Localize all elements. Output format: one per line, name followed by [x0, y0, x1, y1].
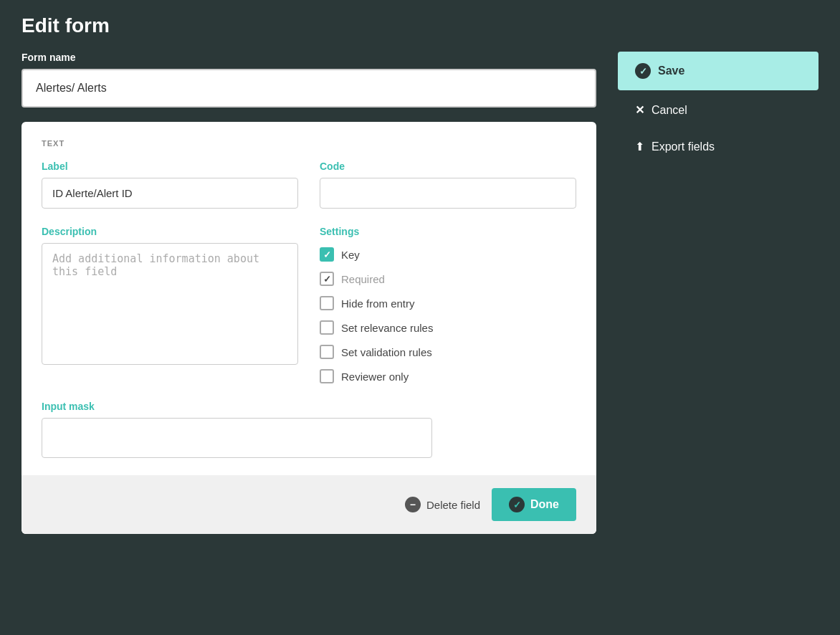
cancel-label: Cancel — [652, 104, 687, 117]
label-input[interactable] — [42, 178, 298, 209]
label-col: Label — [42, 161, 298, 209]
checkbox-required-label: Required — [341, 273, 385, 285]
done-label: Done — [530, 498, 559, 511]
checkbox-key-check: ✓ — [323, 249, 331, 260]
checkbox-required-box: ✓ — [320, 272, 334, 286]
checkbox-reviewer[interactable]: Reviewer only — [320, 369, 576, 383]
cancel-button[interactable]: ✕ Cancel — [618, 93, 818, 127]
label-code-row: Label Code — [42, 161, 576, 209]
field-card: TEXT Label Code Description — [22, 122, 596, 534]
checkbox-reviewer-box — [320, 369, 334, 383]
label-field-label: Label — [42, 161, 298, 172]
delete-field-button[interactable]: − Delete field — [405, 497, 480, 512]
save-label: Save — [658, 65, 684, 77]
settings-col: Settings ✓ Key — [320, 226, 576, 383]
field-type-label: TEXT — [42, 139, 576, 148]
field-card-body: TEXT Label Code Description — [22, 122, 596, 475]
checkbox-group: ✓ Key ✓ Required — [320, 247, 576, 383]
checkbox-validation-label: Set validation rules — [341, 346, 432, 358]
checkbox-hide-box — [320, 296, 334, 310]
checkbox-key[interactable]: ✓ Key — [320, 247, 576, 262]
export-label: Export fields — [652, 140, 715, 153]
done-button[interactable]: ✓ Done — [492, 488, 576, 521]
input-mask-section: Input mask — [42, 401, 576, 458]
checkbox-relevance-box — [320, 320, 334, 335]
done-icon: ✓ — [509, 497, 525, 512]
code-col: Code — [320, 161, 576, 209]
settings-label: Settings — [320, 226, 576, 237]
checkbox-relevance[interactable]: Set relevance rules — [320, 320, 576, 335]
checkbox-validation[interactable]: Set validation rules — [320, 345, 576, 359]
description-col: Description — [42, 226, 298, 383]
page-title: Edit form — [22, 14, 818, 37]
input-mask-label: Input mask — [42, 401, 576, 412]
delete-field-label: Delete field — [426, 499, 480, 511]
save-icon: ✓ — [635, 63, 651, 79]
description-textarea[interactable] — [42, 243, 298, 365]
checkbox-required-check: ✓ — [323, 274, 331, 285]
export-fields-button[interactable]: ⬆ Export fields — [618, 130, 818, 163]
code-field-label: Code — [320, 161, 576, 172]
checkbox-hide[interactable]: Hide from entry — [320, 296, 576, 310]
field-card-footer: − Delete field ✓ Done — [22, 475, 596, 534]
checkbox-validation-box — [320, 345, 334, 359]
checkbox-relevance-label: Set relevance rules — [341, 322, 433, 334]
description-settings-row: Description Settings ✓ Key — [42, 226, 576, 383]
description-label: Description — [42, 226, 298, 237]
save-button[interactable]: ✓ Save — [618, 52, 818, 90]
form-name-label: Form name — [22, 52, 596, 63]
checkbox-reviewer-label: Reviewer only — [341, 371, 409, 383]
form-name-input[interactable] — [22, 69, 596, 108]
cancel-icon: ✕ — [635, 103, 644, 117]
export-icon: ⬆ — [635, 140, 644, 153]
input-mask-input[interactable] — [42, 418, 432, 458]
code-input[interactable] — [320, 178, 576, 209]
right-panel: ✓ Save ✕ Cancel ⬆ Export fields — [618, 52, 818, 163]
delete-icon: − — [405, 497, 421, 512]
checkbox-key-box: ✓ — [320, 247, 334, 262]
checkbox-key-label: Key — [341, 249, 360, 261]
left-panel: Form name TEXT Label Code — [22, 52, 596, 534]
checkbox-required[interactable]: ✓ Required — [320, 272, 576, 286]
checkbox-hide-label: Hide from entry — [341, 297, 415, 310]
